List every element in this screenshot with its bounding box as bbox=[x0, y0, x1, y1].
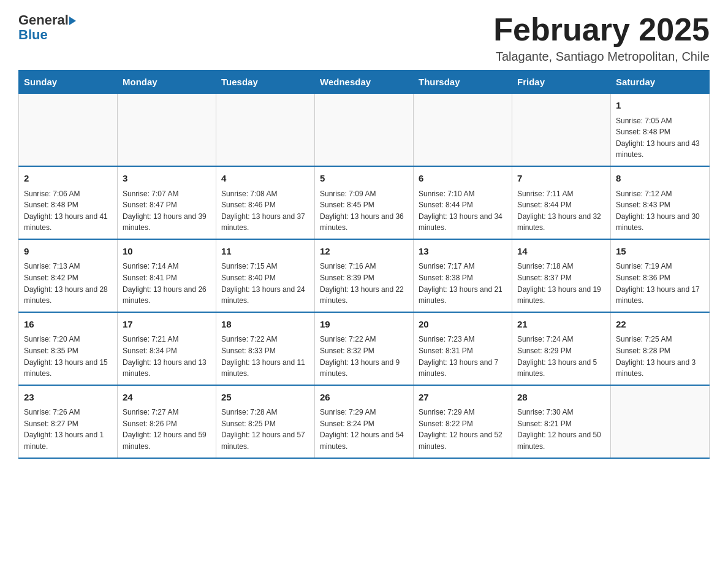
day-info: Sunrise: 7:15 AM Sunset: 8:40 PM Dayligh… bbox=[221, 261, 309, 306]
day-info: Sunrise: 7:23 AM Sunset: 8:31 PM Dayligh… bbox=[419, 334, 507, 379]
day-number: 27 bbox=[419, 391, 507, 405]
calendar-cell: 6Sunrise: 7:10 AM Sunset: 8:44 PM Daylig… bbox=[414, 166, 512, 239]
day-info: Sunrise: 7:11 AM Sunset: 8:44 PM Dayligh… bbox=[517, 188, 605, 234]
calendar-cell: 18Sunrise: 7:22 AM Sunset: 8:33 PM Dayli… bbox=[216, 312, 315, 385]
day-number: 23 bbox=[24, 391, 112, 405]
day-info: Sunrise: 7:06 AM Sunset: 8:48 PM Dayligh… bbox=[24, 188, 112, 234]
calendar-cell: 24Sunrise: 7:27 AM Sunset: 8:26 PM Dayli… bbox=[118, 385, 216, 458]
day-info: Sunrise: 7:22 AM Sunset: 8:32 PM Dayligh… bbox=[320, 334, 408, 379]
day-number: 7 bbox=[517, 172, 605, 186]
calendar-cell: 11Sunrise: 7:15 AM Sunset: 8:40 PM Dayli… bbox=[216, 239, 315, 312]
day-info: Sunrise: 7:07 AM Sunset: 8:47 PM Dayligh… bbox=[123, 188, 211, 234]
day-number: 6 bbox=[419, 172, 507, 186]
calendar-cell: 19Sunrise: 7:22 AM Sunset: 8:32 PM Dayli… bbox=[315, 312, 414, 385]
day-info: Sunrise: 7:29 AM Sunset: 8:24 PM Dayligh… bbox=[320, 407, 408, 452]
calendar-week-row: 16Sunrise: 7:20 AM Sunset: 8:35 PM Dayli… bbox=[19, 312, 710, 385]
day-info: Sunrise: 7:24 AM Sunset: 8:29 PM Dayligh… bbox=[517, 334, 605, 379]
day-number: 3 bbox=[123, 172, 211, 186]
calendar-week-row: 2Sunrise: 7:06 AM Sunset: 8:48 PM Daylig… bbox=[19, 166, 710, 239]
day-number: 11 bbox=[221, 245, 309, 259]
day-info: Sunrise: 7:28 AM Sunset: 8:25 PM Dayligh… bbox=[221, 407, 309, 452]
logo-blue-text: Blue bbox=[18, 27, 48, 43]
calendar-cell: 2Sunrise: 7:06 AM Sunset: 8:48 PM Daylig… bbox=[19, 166, 118, 239]
col-saturday: Saturday bbox=[611, 71, 710, 94]
day-info: Sunrise: 7:14 AM Sunset: 8:41 PM Dayligh… bbox=[123, 261, 211, 306]
calendar-cell: 21Sunrise: 7:24 AM Sunset: 8:29 PM Dayli… bbox=[512, 312, 611, 385]
logo-arrow-icon bbox=[69, 17, 76, 25]
title-section: February 2025 Talagante, Santiago Metrop… bbox=[493, 12, 710, 64]
day-info: Sunrise: 7:25 AM Sunset: 8:28 PM Dayligh… bbox=[616, 334, 704, 379]
day-info: Sunrise: 7:08 AM Sunset: 8:46 PM Dayligh… bbox=[221, 188, 309, 234]
calendar-cell: 27Sunrise: 7:29 AM Sunset: 8:22 PM Dayli… bbox=[414, 385, 512, 458]
day-number: 4 bbox=[221, 172, 309, 186]
calendar-cell: 17Sunrise: 7:21 AM Sunset: 8:34 PM Dayli… bbox=[118, 312, 216, 385]
col-sunday: Sunday bbox=[19, 71, 118, 94]
calendar-cell: 20Sunrise: 7:23 AM Sunset: 8:31 PM Dayli… bbox=[414, 312, 512, 385]
day-number: 1 bbox=[616, 99, 704, 113]
calendar-cell bbox=[315, 94, 414, 166]
day-info: Sunrise: 7:19 AM Sunset: 8:36 PM Dayligh… bbox=[616, 261, 704, 306]
calendar-header-row: Sunday Monday Tuesday Wednesday Thursday… bbox=[19, 71, 710, 94]
calendar-cell: 15Sunrise: 7:19 AM Sunset: 8:36 PM Dayli… bbox=[611, 239, 710, 312]
calendar-cell: 7Sunrise: 7:11 AM Sunset: 8:44 PM Daylig… bbox=[512, 166, 611, 239]
calendar-cell: 10Sunrise: 7:14 AM Sunset: 8:41 PM Dayli… bbox=[118, 239, 216, 312]
calendar-cell: 28Sunrise: 7:30 AM Sunset: 8:21 PM Dayli… bbox=[512, 385, 611, 458]
day-info: Sunrise: 7:05 AM Sunset: 8:48 PM Dayligh… bbox=[616, 115, 704, 161]
calendar-cell: 14Sunrise: 7:18 AM Sunset: 8:37 PM Dayli… bbox=[512, 239, 611, 312]
calendar-cell: 25Sunrise: 7:28 AM Sunset: 8:25 PM Dayli… bbox=[216, 385, 315, 458]
calendar-cell: 5Sunrise: 7:09 AM Sunset: 8:45 PM Daylig… bbox=[315, 166, 414, 239]
calendar-cell: 1Sunrise: 7:05 AM Sunset: 8:48 PM Daylig… bbox=[611, 94, 710, 166]
day-number: 10 bbox=[123, 245, 211, 259]
location-subtitle: Talagante, Santiago Metropolitan, Chile bbox=[493, 50, 710, 64]
calendar-week-row: 9Sunrise: 7:13 AM Sunset: 8:42 PM Daylig… bbox=[19, 239, 710, 312]
calendar-cell: 4Sunrise: 7:08 AM Sunset: 8:46 PM Daylig… bbox=[216, 166, 315, 239]
calendar-cell bbox=[414, 94, 512, 166]
calendar-cell: 3Sunrise: 7:07 AM Sunset: 8:47 PM Daylig… bbox=[118, 166, 216, 239]
day-info: Sunrise: 7:20 AM Sunset: 8:35 PM Dayligh… bbox=[24, 334, 112, 379]
day-number: 24 bbox=[123, 391, 211, 405]
calendar-cell: 22Sunrise: 7:25 AM Sunset: 8:28 PM Dayli… bbox=[611, 312, 710, 385]
day-info: Sunrise: 7:12 AM Sunset: 8:43 PM Dayligh… bbox=[616, 188, 704, 234]
day-number: 21 bbox=[517, 318, 605, 332]
day-number: 8 bbox=[616, 172, 704, 186]
day-number: 26 bbox=[320, 391, 408, 405]
calendar-cell bbox=[512, 94, 611, 166]
calendar-cell bbox=[611, 385, 710, 458]
logo-general-text: General bbox=[18, 12, 69, 28]
day-info: Sunrise: 7:29 AM Sunset: 8:22 PM Dayligh… bbox=[419, 407, 507, 452]
day-info: Sunrise: 7:30 AM Sunset: 8:21 PM Dayligh… bbox=[517, 407, 605, 452]
col-thursday: Thursday bbox=[414, 71, 512, 94]
col-friday: Friday bbox=[512, 71, 611, 94]
day-info: Sunrise: 7:16 AM Sunset: 8:39 PM Dayligh… bbox=[320, 261, 408, 306]
calendar-title: February 2025 bbox=[493, 12, 710, 47]
logo: General Blue bbox=[18, 12, 76, 43]
calendar-cell: 9Sunrise: 7:13 AM Sunset: 8:42 PM Daylig… bbox=[19, 239, 118, 312]
calendar-cell: 16Sunrise: 7:20 AM Sunset: 8:35 PM Dayli… bbox=[19, 312, 118, 385]
day-number: 5 bbox=[320, 172, 408, 186]
day-number: 22 bbox=[616, 318, 704, 332]
day-number: 18 bbox=[221, 318, 309, 332]
day-number: 20 bbox=[419, 318, 507, 332]
page-header: General Blue February 2025 Talagante, Sa… bbox=[18, 12, 710, 64]
col-tuesday: Tuesday bbox=[216, 71, 315, 94]
day-number: 28 bbox=[517, 391, 605, 405]
calendar-cell: 8Sunrise: 7:12 AM Sunset: 8:43 PM Daylig… bbox=[611, 166, 710, 239]
day-number: 9 bbox=[24, 245, 112, 259]
calendar-cell bbox=[118, 94, 216, 166]
day-number: 14 bbox=[517, 245, 605, 259]
calendar-cell: 13Sunrise: 7:17 AM Sunset: 8:38 PM Dayli… bbox=[414, 239, 512, 312]
day-info: Sunrise: 7:09 AM Sunset: 8:45 PM Dayligh… bbox=[320, 188, 408, 234]
calendar-cell: 12Sunrise: 7:16 AM Sunset: 8:39 PM Dayli… bbox=[315, 239, 414, 312]
day-info: Sunrise: 7:13 AM Sunset: 8:42 PM Dayligh… bbox=[24, 261, 112, 306]
calendar-cell bbox=[19, 94, 118, 166]
calendar-cell bbox=[216, 94, 315, 166]
calendar-cell: 26Sunrise: 7:29 AM Sunset: 8:24 PM Dayli… bbox=[315, 385, 414, 458]
col-monday: Monday bbox=[118, 71, 216, 94]
day-number: 17 bbox=[123, 318, 211, 332]
day-info: Sunrise: 7:22 AM Sunset: 8:33 PM Dayligh… bbox=[221, 334, 309, 379]
day-info: Sunrise: 7:18 AM Sunset: 8:37 PM Dayligh… bbox=[517, 261, 605, 306]
day-info: Sunrise: 7:17 AM Sunset: 8:38 PM Dayligh… bbox=[419, 261, 507, 306]
day-number: 15 bbox=[616, 245, 704, 259]
calendar-cell: 23Sunrise: 7:26 AM Sunset: 8:27 PM Dayli… bbox=[19, 385, 118, 458]
day-info: Sunrise: 7:27 AM Sunset: 8:26 PM Dayligh… bbox=[123, 407, 211, 452]
